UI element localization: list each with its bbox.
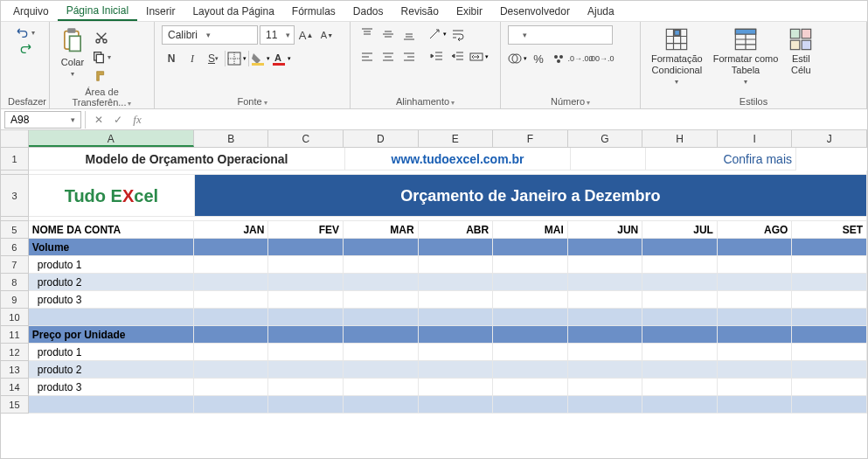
copy-button[interactable]: ▾ xyxy=(92,50,111,64)
format-painter-button[interactable] xyxy=(92,67,111,85)
redo-icon xyxy=(18,41,32,55)
cell-preco[interactable]: Preço por Unidade xyxy=(29,326,194,344)
comma-button[interactable] xyxy=(550,50,569,67)
borders-icon xyxy=(227,52,241,66)
align-bottom-button[interactable] xyxy=(399,25,419,43)
select-all-corner[interactable] xyxy=(1,130,29,147)
row-6[interactable]: 6 Volume xyxy=(1,239,867,256)
currency-button[interactable]: ▾ xyxy=(508,52,527,66)
svg-rect-8 xyxy=(252,63,264,66)
orientation-button[interactable]: ▾ xyxy=(427,27,447,41)
cut-icon xyxy=(94,31,108,45)
svg-rect-1 xyxy=(67,28,75,33)
row-5[interactable]: 5 NOME DA CONTA JAN FEV MAR ABR MAI JUN … xyxy=(1,221,867,239)
font-size-combo[interactable]: 11▾ xyxy=(260,25,295,45)
cell-styles-button[interactable]: Estil Célu xyxy=(785,25,816,78)
col-head-D[interactable]: D xyxy=(344,130,419,147)
cell-nomeconta[interactable]: NOME DA CONTA xyxy=(29,221,194,239)
row-10[interactable]: 10 xyxy=(1,309,867,326)
col-head-I[interactable]: I xyxy=(718,130,793,147)
format-table-button[interactable]: Formatar como Tabela ▾ xyxy=(710,25,782,87)
align-middle-icon xyxy=(381,27,395,41)
svg-text:A: A xyxy=(274,52,281,63)
cell-banner[interactable]: Orçamento de Janeiro a Dezembro xyxy=(195,175,867,217)
cell-logo[interactable]: Tudo EXcel xyxy=(29,175,195,217)
align-right-icon xyxy=(402,50,416,64)
cell-confira[interactable]: Confira mais xyxy=(646,148,796,170)
row-12[interactable]: 12 produto 1 xyxy=(1,344,867,361)
row-7[interactable]: 7 produto 1 xyxy=(1,256,867,274)
menu-bar: Arquivo Página Inicial Inserir Layout da… xyxy=(1,1,867,22)
row-9[interactable]: 9 produto 3 xyxy=(1,291,867,309)
row-11[interactable]: 11 Preço por Unidade xyxy=(1,326,867,344)
menu-inserir[interactable]: Inserir xyxy=(137,3,184,20)
enter-formula-button[interactable]: ✓ xyxy=(108,114,128,126)
currency-icon xyxy=(508,52,522,66)
menu-layout[interactable]: Layout da Página xyxy=(184,3,282,20)
fill-color-button[interactable]: ▾ xyxy=(251,52,270,66)
col-head-A[interactable]: A xyxy=(29,130,194,147)
formula-input[interactable] xyxy=(147,111,867,129)
group-clipboard: Área de Transferên... xyxy=(73,87,127,108)
col-head-C[interactable]: C xyxy=(268,130,344,147)
svg-rect-23 xyxy=(791,40,801,49)
group-alinhamento: Alinhamento xyxy=(396,96,449,107)
increase-font-button[interactable]: A▲ xyxy=(296,26,316,44)
font-color-button[interactable]: A▾ xyxy=(272,52,291,66)
row-1[interactable]: 1 Modelo de Orçamento Operacional www.tu… xyxy=(1,148,867,170)
redo-button[interactable] xyxy=(18,41,32,58)
col-head-B[interactable]: B xyxy=(194,130,269,147)
increase-indent-icon xyxy=(451,50,465,64)
number-format-combo[interactable]: ▾ xyxy=(508,25,613,45)
align-left-button[interactable] xyxy=(358,48,377,66)
col-head-F[interactable]: F xyxy=(493,130,568,147)
align-middle-button[interactable] xyxy=(378,25,398,43)
menu-pagina-inicial[interactable]: Página Inicial xyxy=(58,2,137,21)
col-head-J[interactable]: J xyxy=(792,130,867,147)
cell-volume[interactable]: Volume xyxy=(29,239,194,256)
cell-title[interactable]: Modelo de Orçamento Operacional xyxy=(29,148,345,170)
menu-desenvolvedor[interactable]: Desenvolvedor xyxy=(491,3,579,20)
menu-ajuda[interactable]: Ajuda xyxy=(579,3,623,20)
align-top-button[interactable] xyxy=(358,25,377,43)
row-8[interactable]: 8 produto 2 xyxy=(1,274,867,291)
merge-button[interactable]: ▾ xyxy=(469,50,489,64)
borders-button[interactable]: ▾ xyxy=(227,52,247,66)
font-name-combo[interactable]: Calibri▾ xyxy=(162,25,258,45)
font-color-icon: A xyxy=(272,52,286,66)
row-15[interactable]: 15 xyxy=(1,396,867,414)
col-head-H[interactable]: H xyxy=(642,130,718,147)
decrease-decimal-button[interactable]: .00→.0 xyxy=(592,50,611,67)
conditional-format-button[interactable]: Formatação Condicional ▾ xyxy=(648,25,706,87)
cell-url[interactable]: www.tudoexcel.com.br xyxy=(345,148,571,170)
paste-button[interactable]: Colar ▾ xyxy=(57,25,88,80)
row-3[interactable]: 3 Tudo EXcel Orçamento de Janeiro a Deze… xyxy=(1,175,867,217)
increase-indent-button[interactable] xyxy=(448,48,468,66)
menu-arquivo[interactable]: Arquivo xyxy=(4,3,58,20)
align-right-button[interactable] xyxy=(399,48,419,66)
name-box[interactable]: A98▾ xyxy=(4,111,81,129)
menu-exibir[interactable]: Exibir xyxy=(448,3,491,20)
col-head-G[interactable]: G xyxy=(568,130,643,147)
cut-button[interactable] xyxy=(92,29,111,46)
underline-button[interactable]: S▾ xyxy=(204,50,223,67)
undo-button[interactable]: ▾ xyxy=(16,25,35,39)
cancel-formula-button[interactable]: ✕ xyxy=(89,114,108,126)
decrease-indent-button[interactable] xyxy=(427,48,447,66)
row-13[interactable]: 13 produto 2 xyxy=(1,361,867,379)
cell-styles-icon xyxy=(788,27,813,52)
percent-button[interactable]: % xyxy=(529,50,548,67)
align-center-button[interactable] xyxy=(378,48,398,66)
col-head-E[interactable]: E xyxy=(419,130,494,147)
increase-decimal-button[interactable]: .0→.00 xyxy=(571,50,590,67)
menu-formulas[interactable]: Fórmulas xyxy=(283,3,344,20)
wrap-text-button[interactable] xyxy=(448,25,468,43)
decrease-font-button[interactable]: A▼ xyxy=(317,26,337,44)
fx-button[interactable]: fx xyxy=(128,113,147,127)
menu-dados[interactable]: Dados xyxy=(344,3,392,20)
row-14[interactable]: 14 produto 3 xyxy=(1,379,867,396)
menu-revisao[interactable]: Revisão xyxy=(392,3,448,20)
bold-button[interactable]: N xyxy=(162,50,181,67)
italic-button[interactable]: I xyxy=(183,50,202,67)
svg-rect-24 xyxy=(802,40,811,49)
